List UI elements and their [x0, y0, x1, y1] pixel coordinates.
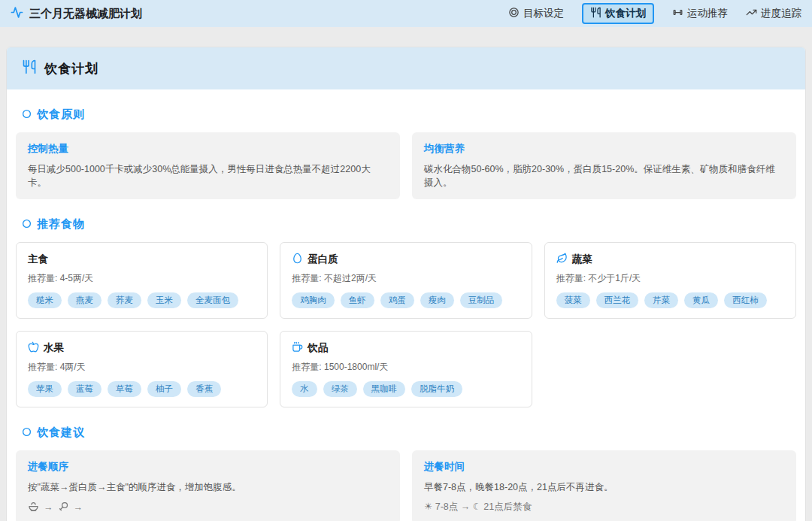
card-title: 饮品	[292, 341, 520, 355]
food-tag: 玉米	[147, 292, 181, 308]
food-tag: 绿茶	[323, 381, 357, 397]
card-desc: 每日减少500-1000千卡或减少30%总能量摄入，男性每日进食总热量不超过22…	[28, 162, 388, 189]
app-title: 三个月无器械减肥计划	[11, 6, 142, 21]
meal-order-icons: → →	[28, 501, 388, 514]
egg-icon	[292, 253, 303, 266]
food-tag: 香蕉	[187, 381, 221, 397]
section-heading: 饮食建议	[22, 426, 790, 440]
food-tag: 柚子	[147, 381, 181, 397]
arrow-text: →	[44, 502, 53, 513]
salad-icon	[28, 501, 39, 514]
leaf-icon	[556, 253, 568, 266]
suggestion-card-meal-order: 进餐顺序 按"蔬菜→蛋白质→主食"的顺序进食，增加饱腹感。 → →	[16, 450, 400, 521]
section-heading: 饮食原则	[22, 108, 790, 122]
food-tag: 糙米	[28, 292, 62, 308]
food-card-staple: 主食 推荐量: 4-5两/天 糙米 燕麦 荞麦 玉米 全麦面包	[16, 242, 268, 319]
principle-card-calories: 控制热量 每日减少500-1000千卡或减少30%总能量摄入，男性每日进食总热量…	[16, 132, 400, 199]
circle-bullet-icon	[22, 108, 32, 121]
grid-spacer	[544, 331, 796, 407]
dumbbell-icon	[672, 7, 683, 20]
principles-grid: 控制热量 每日减少500-1000千卡或减少30%总能量摄入，男性每日进食总热量…	[16, 132, 796, 199]
nav-item-label: 运动推荐	[687, 7, 728, 20]
card-title: 蔬菜	[556, 253, 784, 266]
card-title: 水果	[28, 341, 256, 355]
food-card-protein: 蛋白质 推荐量: 不超过2两/天 鸡胸肉 鱼虾 鸡蛋 瘦肉 豆制品	[280, 242, 532, 319]
diet-plan-panel: 饮食计划 饮食原则 控制热量 每日减少500-1000千卡或减少30%总能量摄入…	[6, 47, 806, 521]
food-tag: 蓝莓	[68, 381, 102, 397]
utensils-icon	[590, 7, 601, 20]
food-tag: 菠菜	[556, 292, 590, 308]
activity-icon	[11, 6, 23, 21]
food-card-vegetables: 蔬菜 推荐量: 不少于1斤/天 菠菜 西兰花 芹菜 黄瓜 西红柿	[544, 242, 796, 319]
recommended-amount: 推荐量: 不少于1斤/天	[556, 272, 784, 285]
food-tags: 鸡胸肉 鱼虾 鸡蛋 瘦肉 豆制品	[292, 292, 520, 308]
drumstick-icon	[58, 501, 69, 514]
nav-item-label: 目标设定	[523, 7, 564, 20]
nav-item-label: 进度追踪	[761, 7, 801, 20]
card-desc: 碳水化合物50-60%，脂肪20-30%，蛋白质15-20%。保证维生素、矿物质…	[424, 162, 784, 189]
panel-header: 饮食计划	[7, 47, 805, 89]
nav-item-diet-plan[interactable]: 饮食计划	[582, 3, 654, 24]
section-heading: 推荐食物	[22, 217, 790, 232]
food-tags: 糙米 燕麦 荞麦 玉米 全麦面包	[28, 292, 256, 308]
food-tag: 鸡蛋	[380, 292, 414, 308]
food-card-drinks: 饮品 推荐量: 1500-1800ml/天 水 绿茶 黑咖啡 脱脂牛奶	[280, 331, 532, 407]
recommended-amount: 推荐量: 4两/天	[28, 361, 256, 374]
food-tag: 脱脂牛奶	[411, 381, 462, 397]
food-tags: 菠菜 西兰花 芹菜 黄瓜 西红柿	[556, 292, 784, 308]
food-tags: 水 绿茶 黑咖啡 脱脂牛奶	[292, 381, 520, 397]
food-tag: 鸡胸肉	[292, 292, 335, 308]
app-title-text: 三个月无器械减肥计划	[29, 7, 142, 21]
food-tag: 燕麦	[68, 292, 102, 308]
card-title: 进餐顺序	[28, 460, 388, 474]
food-tag: 豆制品	[460, 292, 503, 308]
suggestion-card-meal-time: 进餐时间 早餐7-8点，晚餐18-20点，21点后不再进食。 ☀ 7-8点 → …	[412, 450, 796, 521]
food-tag: 荞麦	[108, 292, 141, 308]
nav-menu: 目标设定 饮食计划 运动推荐 进度追踪	[508, 3, 801, 24]
suggestions-grid-row1: 进餐顺序 按"蔬菜→蛋白质→主食"的顺序进食，增加饱腹感。 → →	[16, 450, 796, 521]
food-tag: 西兰花	[596, 292, 639, 308]
section-recommended-foods: 推荐食物 主食 推荐量: 4-5两/天 糙米 燕麦 荞麦 玉米 全麦面包	[16, 217, 796, 407]
top-nav: 三个月无器械减肥计划 目标设定 饮食计划 运动推荐 进度追踪	[0, 0, 812, 27]
card-title: 均衡营养	[424, 142, 784, 156]
food-tag: 草莓	[108, 381, 141, 397]
food-tag: 水	[292, 381, 317, 397]
food-tag: 黑咖啡	[363, 381, 406, 397]
foods-grid-row1: 主食 推荐量: 4-5两/天 糙米 燕麦 荞麦 玉米 全麦面包	[16, 242, 796, 319]
card-title: 控制热量	[28, 142, 388, 156]
foods-grid-row2: 水果 推荐量: 4两/天 苹果 蓝莓 草莓 柚子 香蕉	[16, 331, 796, 407]
card-title: 蛋白质	[292, 253, 520, 266]
cup-icon	[292, 341, 303, 355]
food-tag: 全麦面包	[187, 292, 238, 308]
meal-time-note: ☀ 7-8点 → ☾ 21点后禁食	[424, 501, 784, 513]
food-tag: 芹菜	[644, 292, 678, 308]
food-tag: 黄瓜	[684, 292, 718, 308]
section-diet-principles: 饮食原则 控制热量 每日减少500-1000千卡或减少30%总能量摄入，男性每日…	[16, 108, 796, 199]
target-icon	[508, 7, 520, 20]
food-tag: 西红柿	[724, 292, 767, 308]
apple-icon	[28, 341, 39, 355]
arrow-text: →	[74, 502, 83, 513]
panel-title: 饮食计划	[44, 60, 98, 77]
card-desc: 早餐7-8点，晚餐18-20点，21点后不再进食。	[424, 480, 784, 494]
nav-item-progress[interactable]: 进度追踪	[746, 7, 801, 20]
principle-card-nutrition: 均衡营养 碳水化合物50-60%，脂肪20-30%，蛋白质15-20%。保证维生…	[412, 132, 796, 199]
circle-bullet-icon	[22, 218, 32, 231]
card-title: 进餐时间	[424, 460, 784, 474]
food-tag: 瘦肉	[420, 292, 454, 308]
food-tags: 苹果 蓝莓 草莓 柚子 香蕉	[28, 381, 256, 397]
food-tag: 鱼虾	[341, 292, 374, 308]
recommended-amount: 推荐量: 不超过2两/天	[292, 272, 520, 285]
utensils-icon	[22, 59, 37, 77]
card-desc: 按"蔬菜→蛋白质→主食"的顺序进食，增加饱腹感。	[28, 480, 388, 494]
trending-up-icon	[746, 7, 757, 20]
nav-item-label: 饮食计划	[605, 7, 646, 20]
circle-bullet-icon	[22, 426, 32, 439]
food-card-fruits: 水果 推荐量: 4两/天 苹果 蓝莓 草莓 柚子 香蕉	[16, 331, 268, 407]
panel-content: 饮食原则 控制热量 每日减少500-1000千卡或减少30%总能量摄入，男性每日…	[7, 89, 805, 521]
card-title: 主食	[28, 253, 256, 266]
nav-item-goal-setting[interactable]: 目标设定	[508, 7, 564, 20]
recommended-amount: 推荐量: 4-5两/天	[28, 272, 256, 285]
nav-item-exercise[interactable]: 运动推荐	[672, 7, 728, 20]
section-diet-suggestions: 饮食建议 进餐顺序 按"蔬菜→蛋白质→主食"的顺序进食，增加饱腹感。 → →	[16, 426, 796, 521]
